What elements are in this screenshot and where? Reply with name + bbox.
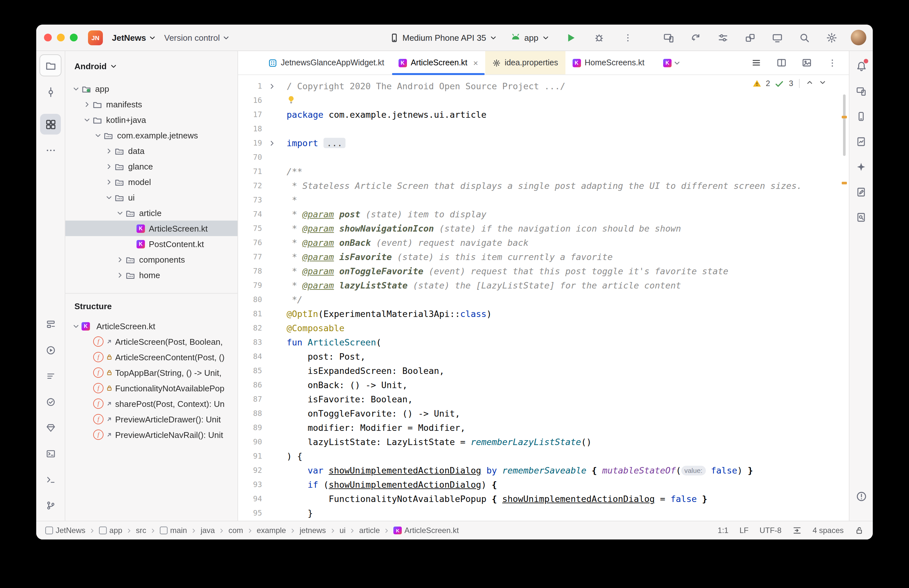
line-number[interactable]: 74 (238, 210, 262, 219)
code-line[interactable]: 80 */ (238, 292, 849, 307)
tree-right-chevron-icon[interactable] (115, 255, 126, 263)
line-number[interactable]: 94 (238, 494, 262, 503)
code-line[interactable]: 88 onToggleFavorite: () -> Unit, (238, 406, 849, 420)
run-button[interactable] (563, 30, 578, 45)
breadcrumb-item-jetnews[interactable]: jetnews (300, 526, 326, 535)
edit-doc-button[interactable] (853, 184, 870, 200)
code-line[interactable]: 17package com.example.jetnews.ui.article (238, 107, 849, 122)
breadcrumb-item-app[interactable]: app (99, 526, 122, 535)
line-number[interactable]: 89 (238, 423, 262, 432)
editor-scrollbar[interactable] (840, 75, 848, 521)
code-line[interactable]: 73 * (238, 193, 849, 207)
tree-item-articlescreen-kt[interactable]: KArticleScreen.kt (65, 221, 237, 236)
logcat-tool-button[interactable] (43, 446, 58, 461)
code-line[interactable]: 84 post: Post, (238, 349, 849, 363)
code-line[interactable]: 71/** (238, 164, 849, 179)
more-vertical-button[interactable] (824, 55, 840, 71)
project-view-selector[interactable]: Android (65, 51, 237, 81)
tree-item-home[interactable]: home (65, 267, 237, 283)
line-number[interactable]: 88 (238, 409, 262, 418)
line-number[interactable]: 73 (238, 195, 262, 204)
breadcrumb-item-articlescreen-kt[interactable]: KArticleScreen.kt (393, 526, 459, 535)
user-avatar[interactable] (851, 30, 866, 45)
search-doc-button[interactable] (853, 209, 870, 226)
code-line[interactable]: 72 * Stateless Article Screen that displ… (238, 179, 849, 193)
plugins-button[interactable] (742, 30, 757, 45)
problems-button[interactable] (853, 488, 870, 504)
code-line[interactable]: 78 * @param onToggleFavorite (event) req… (238, 264, 849, 278)
code-line[interactable]: 94 FunctionalityNotAvailablePopup { show… (238, 492, 849, 506)
tab-homescreens-kt[interactable]: KHomeScreens.kt (565, 51, 652, 74)
code-line[interactable]: 75 * @param showNavigationIcon (state) i… (238, 221, 849, 236)
close-tab-icon[interactable]: × (473, 58, 478, 68)
code-line[interactable]: 83fun ArticleScreen( (238, 335, 849, 349)
line-number[interactable]: 76 (238, 238, 262, 247)
breadcrumb-item-article[interactable]: article (359, 526, 380, 535)
tree-item-article[interactable]: article (65, 205, 237, 221)
line-number[interactable]: 71 (238, 167, 262, 176)
run-circle-tool-button[interactable] (43, 342, 58, 358)
breadcrumb-item-example[interactable]: example (257, 526, 286, 535)
tab-jetnewsglanceappwidget-kt[interactable]: JetnewsGlanceAppWidget.kt (262, 51, 391, 74)
todo-tool-button[interactable] (43, 368, 58, 384)
code-line[interactable]: 86 onBack: () -> Unit, (238, 378, 849, 392)
indent-style-icon[interactable] (793, 526, 802, 535)
line-number[interactable]: 92 (238, 466, 262, 475)
structure-item-articlescreencontent-post[interactable]: fArticleScreenContent(Post, () (65, 349, 237, 365)
file-encoding[interactable]: UTF-8 (760, 526, 781, 535)
settings-button[interactable] (823, 30, 839, 45)
notifications-bell-button[interactable] (853, 58, 870, 74)
tab-idea-properties[interactable]: idea.properties (485, 51, 565, 74)
fold-gutter[interactable] (262, 82, 287, 90)
device-manager-button[interactable] (853, 108, 870, 125)
structure-item-previewarticlenavrail-unit[interactable]: fPreviewArticleNavRail(): Unit (65, 427, 237, 443)
zoom-window-button[interactable] (70, 34, 77, 41)
search-button[interactable] (796, 30, 812, 45)
code-line[interactable]: 70 (238, 150, 849, 164)
tree-item-com-example-jetnews[interactable]: com.example.jetnews (65, 128, 237, 143)
next-problem-button[interactable] (819, 78, 827, 89)
breadcrumb-item-java[interactable]: java (200, 526, 215, 535)
code-line[interactable]: 91) { (238, 449, 849, 463)
line-number[interactable]: 86 (238, 380, 262, 389)
ai-actions-button[interactable] (688, 30, 703, 45)
breadcrumb-item-jetnews[interactable]: JetNews (45, 526, 86, 535)
tree-item-glance[interactable]: glance (65, 158, 237, 174)
line-number[interactable]: 70 (238, 153, 262, 162)
tree-item-manifests[interactable]: manifests (65, 96, 237, 112)
tree-item-app[interactable]: app (65, 81, 237, 96)
git-branch-tool-button[interactable] (43, 498, 58, 513)
line-number[interactable]: 77 (238, 252, 262, 261)
code-line[interactable]: 92 var showUnimplementedActionDialog by … (238, 463, 849, 477)
code-line[interactable]: 16 (238, 93, 849, 107)
vcs-menu-button[interactable]: Version control (160, 30, 234, 45)
build-variants-tool-button[interactable] (43, 316, 58, 332)
structure-item-articlescreen-post-boolean[interactable]: fArticleScreen(Post, Boolean, (65, 334, 237, 349)
tree-item-model[interactable]: model (65, 174, 237, 189)
code-line[interactable]: 93 if (showUnimplementedActionDialog) { (238, 477, 849, 492)
running-devices-button[interactable] (853, 83, 870, 100)
remote-dev-button[interactable] (769, 30, 785, 45)
coverage-tool-button[interactable] (43, 394, 58, 409)
structure-item-topappbar-string-unit[interactable]: fTopAppBar(String, () -> Unit, (65, 365, 237, 380)
line-number[interactable]: 17 (238, 110, 262, 119)
line-number[interactable]: 72 (238, 181, 262, 190)
code-line[interactable]: 85 isExpandedScreen: Boolean, (238, 363, 849, 378)
code-editor[interactable]: 1/ Copyright 2020 The Android Open Sourc… (238, 75, 849, 521)
tree-right-chevron-icon[interactable] (82, 100, 92, 108)
line-number[interactable]: 84 (238, 352, 262, 361)
terminal-tool-button[interactable] (43, 472, 58, 487)
line-number[interactable]: 16 (238, 96, 262, 105)
close-window-button[interactable] (44, 34, 52, 41)
project-menu-button[interactable]: JetNews (108, 30, 160, 45)
line-number[interactable]: 75 (238, 224, 262, 233)
hidden-tabs-indicator[interactable]: K (663, 51, 681, 74)
code-line[interactable]: 76 * @param onBack (event) request navig… (238, 236, 849, 250)
line-number[interactable]: 79 (238, 281, 262, 290)
image-preview-button[interactable] (799, 55, 815, 71)
device-mirror-button[interactable] (660, 30, 676, 45)
line-number[interactable]: 85 (238, 366, 262, 375)
code-line[interactable]: 18 (238, 122, 849, 136)
tree-down-chevron-icon[interactable] (103, 193, 115, 202)
indent-size[interactable]: 4 spaces (812, 526, 844, 535)
